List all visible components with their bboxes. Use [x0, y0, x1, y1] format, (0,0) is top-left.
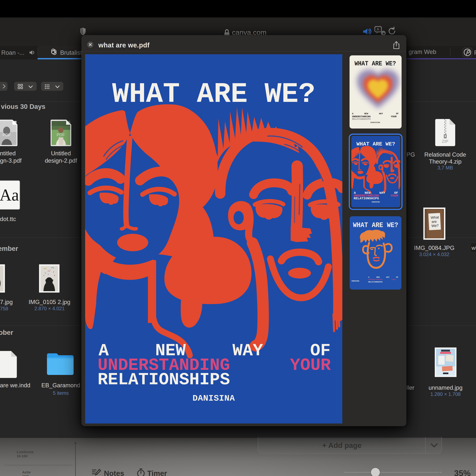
svg-text:WAY: WAY — [379, 113, 383, 115]
svg-text:★: ★ — [382, 32, 385, 35]
svg-text:DANISINA: DANISINA — [352, 280, 359, 282]
svg-text:are: are — [431, 220, 437, 224]
svg-text:Aa: Aa — [0, 186, 19, 204]
svg-text:OF: OF — [396, 113, 399, 115]
svg-text:YOUR: YOUR — [391, 278, 396, 281]
svg-text:A: A — [377, 27, 379, 32]
svg-text:A: A — [352, 113, 354, 115]
svg-text:What: What — [431, 215, 439, 220]
svg-text:DANISINA: DANISINA — [371, 121, 380, 123]
svg-text:NEW: NEW — [364, 113, 368, 115]
svg-text:UNDERSTANDING: UNDERSTANDING — [368, 278, 383, 281]
svg-text:WHAT ARE WE?: WHAT ARE WE? — [355, 60, 396, 67]
svg-text:WHAT ARE WE?: WHAT ARE WE? — [353, 221, 398, 229]
svg-text:NEW: NEW — [376, 276, 380, 278]
svg-text:RELATIONSHIPS: RELATIONSHIPS — [368, 281, 383, 283]
svg-text:RELATIONSHIPS: RELATIONSHIPS — [352, 118, 371, 120]
svg-text:YOUR: YOUR — [391, 115, 396, 118]
svg-text:PDF: PDF — [57, 133, 65, 137]
svg-text:OF: OF — [396, 276, 398, 278]
svg-text:WAY: WAY — [386, 276, 390, 278]
svg-text:ZIP: ZIP — [442, 139, 448, 144]
svg-text:PDF: PDF — [2, 133, 11, 137]
svg-text:We?: We? — [431, 223, 439, 228]
svg-text:A: A — [368, 276, 369, 278]
svg-text:UNDERSTANDING: UNDERSTANDING — [352, 115, 371, 118]
